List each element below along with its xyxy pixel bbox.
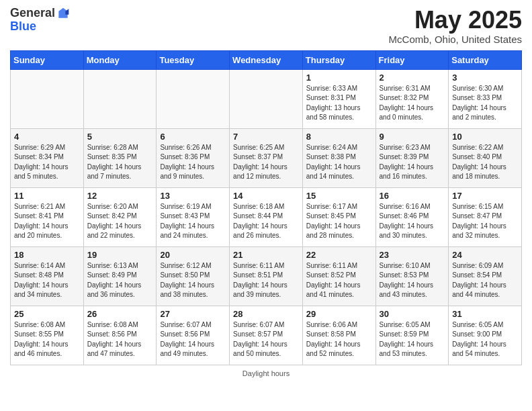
header-day-friday: Friday [375, 50, 449, 69]
month-title: May 2025 [389, 7, 522, 34]
calendar-cell: 18Sunrise: 6:14 AMSunset: 8:48 PMDayligh… [11, 246, 84, 306]
day-number: 23 [380, 250, 445, 260]
calendar-cell: 15Sunrise: 6:17 AMSunset: 8:45 PMDayligh… [302, 187, 375, 246]
day-info: Sunrise: 6:25 AMSunset: 8:37 PMDaylight:… [233, 143, 299, 182]
day-number: 6 [160, 132, 226, 142]
calendar-cell: 14Sunrise: 6:18 AMSunset: 8:44 PMDayligh… [230, 187, 303, 246]
header-day-tuesday: Tuesday [157, 50, 230, 69]
calendar-cell: 13Sunrise: 6:19 AMSunset: 8:43 PMDayligh… [157, 187, 230, 246]
calendar-cell [83, 69, 157, 128]
calendar-cell: 3Sunrise: 6:30 AMSunset: 8:33 PMDaylight… [449, 69, 522, 128]
calendar-cell: 9Sunrise: 6:23 AMSunset: 8:39 PMDaylight… [375, 128, 449, 187]
header-day-thursday: Thursday [302, 50, 375, 69]
day-number: 10 [452, 132, 518, 142]
day-info: Sunrise: 6:09 AMSunset: 8:54 PMDaylight:… [452, 261, 518, 300]
header-day-wednesday: Wednesday [230, 50, 303, 69]
day-number: 20 [160, 250, 226, 260]
day-number: 9 [380, 132, 445, 142]
day-number: 1 [306, 73, 372, 83]
day-info: Sunrise: 6:33 AMSunset: 8:31 PMDaylight:… [306, 84, 372, 123]
calendar-cell: 6Sunrise: 6:26 AMSunset: 8:36 PMDaylight… [157, 128, 230, 187]
week-row-3: 11Sunrise: 6:21 AMSunset: 8:41 PMDayligh… [11, 187, 522, 246]
day-info: Sunrise: 6:28 AMSunset: 8:35 PMDaylight:… [87, 143, 153, 182]
day-info: Sunrise: 6:05 AMSunset: 9:00 PMDaylight:… [452, 320, 518, 359]
header-day-sunday: Sunday [11, 50, 84, 69]
day-number: 18 [14, 250, 80, 260]
week-row-4: 18Sunrise: 6:14 AMSunset: 8:48 PMDayligh… [11, 246, 522, 306]
location-text: McComb, Ohio, United States [389, 34, 522, 45]
calendar-cell: 28Sunrise: 6:07 AMSunset: 8:57 PMDayligh… [230, 306, 303, 365]
day-number: 25 [14, 309, 80, 319]
day-number: 4 [14, 132, 80, 142]
calendar-cell: 7Sunrise: 6:25 AMSunset: 8:37 PMDaylight… [230, 128, 303, 187]
day-info: Sunrise: 6:15 AMSunset: 8:47 PMDaylight:… [452, 202, 518, 241]
day-info: Sunrise: 6:19 AMSunset: 8:43 PMDaylight:… [160, 202, 226, 241]
day-info: Sunrise: 6:11 AMSunset: 8:52 PMDaylight:… [306, 261, 372, 300]
day-number: 11 [14, 191, 80, 201]
day-info: Sunrise: 6:17 AMSunset: 8:45 PMDaylight:… [306, 202, 372, 241]
calendar-cell [157, 69, 230, 128]
footer-note: Daylight hours [10, 369, 522, 377]
calendar-cell: 10Sunrise: 6:22 AMSunset: 8:40 PMDayligh… [449, 128, 522, 187]
day-info: Sunrise: 6:18 AMSunset: 8:44 PMDaylight:… [233, 202, 299, 241]
day-number: 17 [452, 191, 518, 201]
day-number: 22 [306, 250, 372, 260]
day-number: 5 [87, 132, 153, 142]
calendar-table: SundayMondayTuesdayWednesdayThursdayFrid… [10, 50, 522, 365]
day-info: Sunrise: 6:08 AMSunset: 8:55 PMDaylight:… [14, 320, 80, 359]
day-number: 27 [160, 309, 226, 319]
day-info: Sunrise: 6:24 AMSunset: 8:38 PMDaylight:… [306, 143, 372, 182]
calendar-cell: 1Sunrise: 6:33 AMSunset: 8:31 PMDaylight… [302, 69, 375, 128]
calendar-cell [230, 69, 303, 128]
day-number: 30 [380, 309, 445, 319]
logo: General Blue [10, 7, 70, 34]
day-info: Sunrise: 6:06 AMSunset: 8:58 PMDaylight:… [306, 320, 372, 359]
calendar-cell: 24Sunrise: 6:09 AMSunset: 8:54 PMDayligh… [449, 246, 522, 306]
day-number: 7 [233, 132, 299, 142]
calendar-cell: 20Sunrise: 6:12 AMSunset: 8:50 PMDayligh… [157, 246, 230, 306]
calendar-cell: 17Sunrise: 6:15 AMSunset: 8:47 PMDayligh… [449, 187, 522, 246]
day-number: 2 [380, 73, 445, 83]
logo-icon [56, 7, 70, 20]
page-header: General Blue May 2025 McComb, Ohio, Unit… [10, 7, 522, 45]
day-info: Sunrise: 6:26 AMSunset: 8:36 PMDaylight:… [160, 143, 226, 182]
day-number: 13 [160, 191, 226, 201]
calendar-cell: 22Sunrise: 6:11 AMSunset: 8:52 PMDayligh… [302, 246, 375, 306]
day-number: 14 [233, 191, 299, 201]
day-info: Sunrise: 6:30 AMSunset: 8:33 PMDaylight:… [452, 84, 518, 123]
day-info: Sunrise: 6:14 AMSunset: 8:48 PMDaylight:… [14, 261, 80, 300]
day-info: Sunrise: 6:29 AMSunset: 8:34 PMDaylight:… [14, 143, 80, 182]
day-number: 8 [306, 132, 372, 142]
calendar-cell: 8Sunrise: 6:24 AMSunset: 8:38 PMDaylight… [302, 128, 375, 187]
day-number: 28 [233, 309, 299, 319]
calendar-cell: 21Sunrise: 6:11 AMSunset: 8:51 PMDayligh… [230, 246, 303, 306]
day-info: Sunrise: 6:20 AMSunset: 8:42 PMDaylight:… [87, 202, 153, 241]
calendar-cell: 2Sunrise: 6:31 AMSunset: 8:32 PMDaylight… [375, 69, 449, 128]
week-row-1: 1Sunrise: 6:33 AMSunset: 8:31 PMDaylight… [11, 69, 522, 128]
day-info: Sunrise: 6:07 AMSunset: 8:57 PMDaylight:… [233, 320, 299, 359]
day-info: Sunrise: 6:08 AMSunset: 8:56 PMDaylight:… [87, 320, 153, 359]
header-day-monday: Monday [83, 50, 157, 69]
week-row-2: 4Sunrise: 6:29 AMSunset: 8:34 PMDaylight… [11, 128, 522, 187]
day-number: 29 [306, 309, 372, 319]
calendar-cell: 30Sunrise: 6:05 AMSunset: 8:59 PMDayligh… [375, 306, 449, 365]
day-info: Sunrise: 6:07 AMSunset: 8:56 PMDaylight:… [160, 320, 226, 359]
day-info: Sunrise: 6:13 AMSunset: 8:49 PMDaylight:… [87, 261, 153, 300]
day-number: 3 [452, 73, 518, 83]
header-day-saturday: Saturday [449, 50, 522, 69]
day-info: Sunrise: 6:05 AMSunset: 8:59 PMDaylight:… [380, 320, 445, 359]
day-number: 24 [452, 250, 518, 260]
calendar-cell: 23Sunrise: 6:10 AMSunset: 8:53 PMDayligh… [375, 246, 449, 306]
calendar-cell: 29Sunrise: 6:06 AMSunset: 8:58 PMDayligh… [302, 306, 375, 365]
day-info: Sunrise: 6:12 AMSunset: 8:50 PMDaylight:… [160, 261, 226, 300]
calendar-cell: 11Sunrise: 6:21 AMSunset: 8:41 PMDayligh… [11, 187, 84, 246]
calendar-cell: 16Sunrise: 6:16 AMSunset: 8:46 PMDayligh… [375, 187, 449, 246]
logo-general-text: General [10, 7, 55, 20]
calendar-cell: 27Sunrise: 6:07 AMSunset: 8:56 PMDayligh… [157, 306, 230, 365]
calendar-cell: 5Sunrise: 6:28 AMSunset: 8:35 PMDaylight… [83, 128, 157, 187]
day-info: Sunrise: 6:31 AMSunset: 8:32 PMDaylight:… [380, 84, 445, 123]
day-number: 16 [380, 191, 445, 201]
day-number: 31 [452, 309, 518, 319]
header-row: SundayMondayTuesdayWednesdayThursdayFrid… [11, 50, 522, 69]
day-info: Sunrise: 6:23 AMSunset: 8:39 PMDaylight:… [380, 143, 445, 182]
